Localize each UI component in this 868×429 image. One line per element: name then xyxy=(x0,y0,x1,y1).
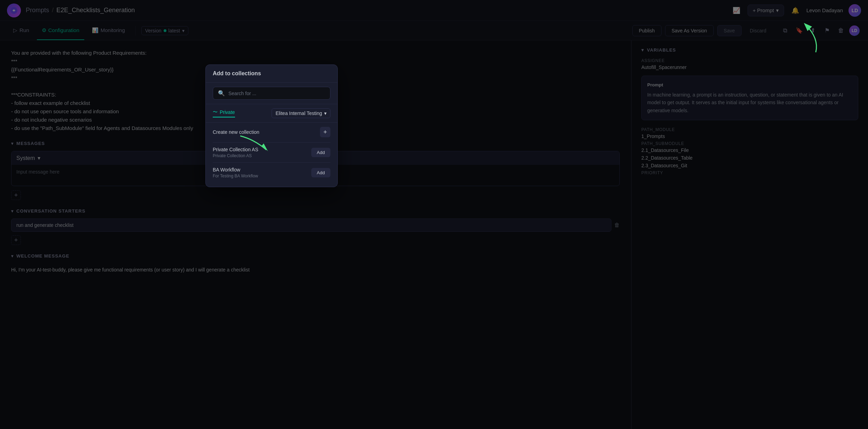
add-collection-1-button[interactable]: Add xyxy=(311,148,330,157)
org-chevron-icon: ▾ xyxy=(324,110,327,116)
tab-private-label: Private xyxy=(220,109,235,115)
collection-search-input[interactable] xyxy=(228,91,325,96)
modal-title: Add to collections xyxy=(206,65,337,83)
collection-1-name: Private Collection AS xyxy=(213,147,258,152)
modal-overlay[interactable] xyxy=(0,0,868,429)
collection-2-name: BA Workflow xyxy=(213,167,258,173)
private-tab-icon: 〜 xyxy=(213,109,218,115)
tab-private[interactable]: 〜 Private xyxy=(213,109,235,117)
create-collection-button[interactable]: + xyxy=(320,127,330,137)
org-selector[interactable]: Elitea Internal Testing ▾ xyxy=(272,108,330,118)
create-collection-label: Create new collection xyxy=(213,129,259,135)
modal-search-area: 🔍 xyxy=(206,83,337,104)
collection-1-sub: Private Collection AS xyxy=(213,153,258,158)
collection-2-sub: For Testing BA Workflow xyxy=(213,174,258,178)
modal-tabs: 〜 Private Elitea Internal Testing ▾ xyxy=(206,104,337,123)
collection-item-1: Private Collection AS Private Collection… xyxy=(213,142,330,162)
modal-body: Create new collection + Private Collecti… xyxy=(206,123,337,187)
create-collection-row: Create new collection + xyxy=(213,127,330,137)
collection-2-info: BA Workflow For Testing BA Workflow xyxy=(213,167,258,178)
search-input-wrapper: 🔍 xyxy=(213,87,330,100)
collection-1-info: Private Collection AS Private Collection… xyxy=(213,147,258,158)
add-to-collections-modal: Add to collections 🔍 〜 Private Elitea In… xyxy=(205,64,338,187)
add-collection-2-button[interactable]: Add xyxy=(311,168,330,177)
search-icon: 🔍 xyxy=(218,90,225,97)
org-label: Elitea Internal Testing xyxy=(275,110,322,116)
collection-item-2: BA Workflow For Testing BA Workflow Add xyxy=(213,162,330,183)
